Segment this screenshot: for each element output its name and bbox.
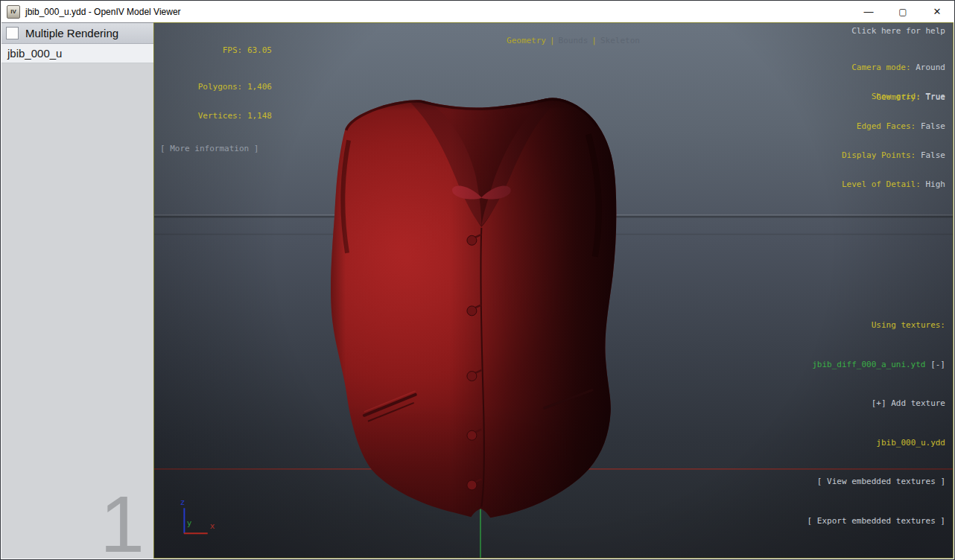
using-textures-heading: Using textures: xyxy=(808,319,945,332)
help-link[interactable]: Click here for help xyxy=(851,26,945,36)
display-points-toggle-row[interactable]: Display Points: False xyxy=(842,150,945,160)
texture-file-name[interactable]: jbib_diff_000_a_uni.ytd xyxy=(812,360,925,369)
textures-panel: Using textures: jbib_diff_000_a_uni.ytd … xyxy=(808,293,945,553)
tab-bounds[interactable]: Bounds xyxy=(559,36,588,45)
minimize-button[interactable]: — xyxy=(851,1,886,22)
viewport-canvas[interactable]: z y x FPS: 63.05 Polygons: 1,406 Vertice… xyxy=(153,22,954,559)
camera-mode-row[interactable]: Camera mode: Around xyxy=(851,63,945,72)
polygons-count: Polygons: 1,406 xyxy=(160,82,272,92)
main-area: Multiple Rendering jbib_000_u 1 xyxy=(1,22,954,559)
model-list-sidebar: Multiple Rendering jbib_000_u 1 xyxy=(1,22,153,559)
more-information-button[interactable]: [ More information ] xyxy=(160,144,272,153)
model-list-item[interactable]: jbib_000_u xyxy=(1,44,153,63)
fps-counter: FPS: 63.05 xyxy=(160,45,272,55)
maximize-button[interactable]: ▢ xyxy=(886,1,920,22)
window-title: jbib_000_u.ydd - OpenIV Model Viewer xyxy=(25,7,181,17)
tab-geometry[interactable]: Geometry xyxy=(507,36,546,45)
stats-overlay: FPS: 63.05 Polygons: 1,406 Vertices: 1,1… xyxy=(160,26,272,173)
render-settings: Geometry: True Edged Faces: False Displa… xyxy=(842,73,945,209)
viewport-index-watermark: 1 xyxy=(100,484,145,560)
add-texture-button[interactable]: [+] Add texture xyxy=(808,397,945,410)
gizmo-y-label: y xyxy=(187,518,192,528)
tab-separator: | xyxy=(591,36,597,45)
tab-skeleton[interactable]: Skeleton xyxy=(600,36,640,45)
tab-separator: | xyxy=(550,36,555,45)
model-file-name: jbib_000_u.ydd xyxy=(808,436,945,450)
multiple-rendering-label: Multiple Rendering xyxy=(25,27,118,39)
vertices-count: Vertices: 1,148 xyxy=(160,111,272,121)
openiv-app-icon: IV xyxy=(7,5,20,19)
texture-file-row: jbib_diff_000_a_uni.ytd [-] xyxy=(808,358,945,372)
multiple-rendering-checkbox[interactable] xyxy=(6,27,19,39)
close-button[interactable]: ✕ xyxy=(920,1,954,22)
title-bar: IV jbib_000_u.ydd - OpenIV Model Viewer … xyxy=(1,1,954,22)
gizmo-x-label: x xyxy=(210,521,215,531)
edged-faces-toggle-row[interactable]: Edged Faces: False xyxy=(842,121,945,131)
window-controls: — ▢ ✕ xyxy=(851,1,954,22)
export-embedded-textures-button[interactable]: [ Export embedded textures ] xyxy=(808,515,945,528)
view-mode-tabs: Geometry|Bounds|Skeleton xyxy=(467,26,640,55)
multiple-rendering-row: Multiple Rendering xyxy=(1,23,153,44)
remove-texture-button[interactable]: [-] xyxy=(930,360,945,369)
view-embedded-textures-button[interactable]: [ View embedded textures ] xyxy=(808,475,945,489)
app-window: IV jbib_000_u.ydd - OpenIV Model Viewer … xyxy=(0,0,955,560)
gizmo-z-label: z xyxy=(180,497,185,507)
geometry-toggle-row[interactable]: Geometry: True xyxy=(842,92,945,102)
level-of-detail-row[interactable]: Level of Detail: High xyxy=(842,179,945,189)
